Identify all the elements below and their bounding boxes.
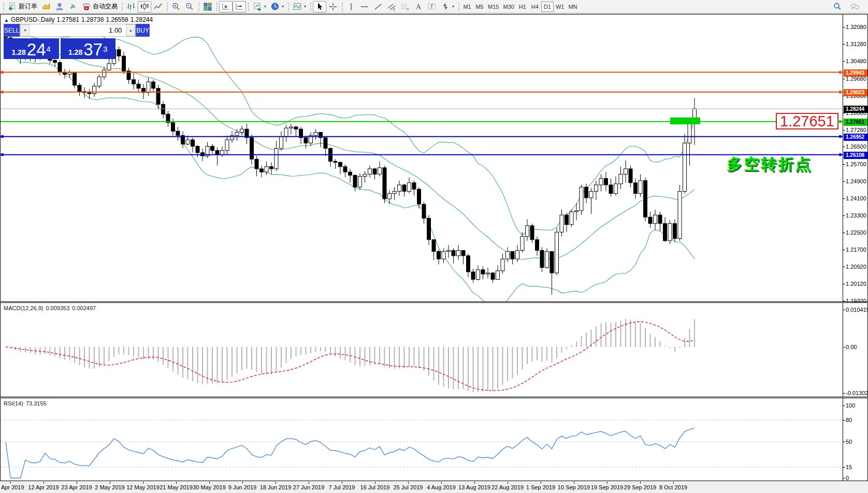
candle[interactable] bbox=[471, 272, 475, 280]
candle[interactable] bbox=[629, 169, 632, 183]
candle[interactable] bbox=[501, 259, 504, 271]
candle[interactable] bbox=[147, 82, 150, 93]
candle[interactable] bbox=[550, 252, 554, 273]
key-level-callout[interactable]: 1.27651 bbox=[776, 113, 838, 129]
candle[interactable] bbox=[358, 176, 362, 187]
candle[interactable] bbox=[447, 251, 451, 252]
candle[interactable] bbox=[639, 181, 642, 194]
collapse-one-click-icon[interactable]: ▲ bbox=[4, 18, 9, 23]
zoom-out-button[interactable] bbox=[183, 1, 196, 12]
candle[interactable] bbox=[294, 127, 298, 129]
timeframe-button-m15[interactable]: M15 bbox=[486, 2, 501, 12]
candle[interactable] bbox=[117, 50, 121, 56]
candle[interactable] bbox=[457, 251, 460, 256]
candle[interactable] bbox=[334, 161, 337, 162]
timeframe-button-m1[interactable]: M1 bbox=[461, 2, 473, 12]
candle[interactable] bbox=[152, 82, 155, 88]
candle[interactable] bbox=[678, 191, 682, 238]
auto-scroll-button[interactable] bbox=[219, 1, 233, 12]
candle[interactable] bbox=[663, 224, 667, 241]
candle[interactable] bbox=[265, 167, 268, 172]
dropdown-arrow-icon[interactable]: ▾ bbox=[282, 4, 284, 9]
candle[interactable] bbox=[452, 251, 455, 256]
candle[interactable] bbox=[88, 93, 91, 94]
candle[interactable] bbox=[68, 72, 71, 74]
candle[interactable] bbox=[530, 226, 534, 240]
line-chart-button[interactable] bbox=[151, 1, 165, 12]
candle[interactable] bbox=[402, 185, 406, 191]
candle[interactable] bbox=[545, 252, 549, 268]
auto-trading-button[interactable]: 自动交易 bbox=[80, 1, 120, 12]
candle[interactable] bbox=[324, 138, 327, 149]
macd-plot-area[interactable]: MACD(12,26,9)0.0093530.002497 bbox=[1, 303, 843, 397]
candle[interactable] bbox=[408, 183, 411, 192]
cursor-button[interactable] bbox=[313, 1, 326, 12]
candle[interactable] bbox=[211, 146, 214, 150]
signals-button[interactable] bbox=[66, 1, 80, 12]
candle[interactable] bbox=[437, 252, 441, 259]
sell-price-display[interactable]: 1.28244 bbox=[4, 38, 59, 59]
candle[interactable] bbox=[540, 251, 544, 268]
candle[interactable] bbox=[644, 181, 647, 217]
dropdown-arrow-icon[interactable]: ▾ bbox=[304, 4, 306, 9]
candle[interactable] bbox=[486, 273, 490, 274]
candle[interactable] bbox=[368, 169, 372, 174]
dropdown-arrow-icon[interactable]: ▾ bbox=[264, 4, 266, 9]
candle[interactable] bbox=[339, 163, 342, 167]
timeframe-button-w1[interactable]: W1 bbox=[554, 2, 567, 12]
timeframe-button-d1[interactable]: D1 bbox=[541, 2, 554, 12]
timeframe-button-mn[interactable]: MN bbox=[566, 2, 579, 12]
chart-profile-button[interactable] bbox=[39, 1, 53, 12]
candle[interactable] bbox=[284, 128, 288, 137]
time-axis[interactable]: 3 Apr 201912 Apr 201923 Apr 20192 May 20… bbox=[0, 482, 868, 493]
candle[interactable] bbox=[383, 168, 386, 199]
candle[interactable] bbox=[442, 252, 445, 259]
candlestick-chart-button[interactable] bbox=[138, 1, 151, 12]
rsi-chart[interactable] bbox=[1, 398, 843, 481]
candle[interactable] bbox=[107, 64, 111, 70]
candle[interactable] bbox=[137, 84, 140, 88]
candle[interactable] bbox=[422, 204, 426, 218]
candle[interactable] bbox=[156, 88, 160, 104]
buy-button[interactable]: BUY bbox=[136, 24, 150, 37]
candle[interactable] bbox=[604, 179, 608, 185]
candle[interactable] bbox=[132, 80, 136, 84]
new-chart-button[interactable]: ▾ bbox=[251, 1, 268, 12]
supply-zone-rectangle[interactable] bbox=[670, 118, 700, 124]
candle[interactable] bbox=[555, 232, 559, 273]
candle[interactable] bbox=[619, 174, 623, 184]
candle[interactable] bbox=[250, 138, 254, 159]
candle[interactable] bbox=[343, 167, 347, 172]
candle[interactable] bbox=[171, 123, 175, 132]
chat-button[interactable] bbox=[848, 1, 862, 12]
text-button[interactable]: A bbox=[412, 1, 425, 12]
candle[interactable] bbox=[398, 185, 401, 191]
candle[interactable] bbox=[560, 215, 563, 232]
trendline-button[interactable] bbox=[371, 1, 385, 12]
candle[interactable] bbox=[73, 72, 77, 85]
candle[interactable] bbox=[585, 187, 588, 198]
candle[interactable] bbox=[536, 240, 539, 251]
candle[interactable] bbox=[683, 143, 687, 191]
candle[interactable] bbox=[373, 169, 377, 174]
candle[interactable] bbox=[506, 252, 510, 259]
arrows-button[interactable]: ▾ bbox=[439, 1, 456, 12]
buy-price-display[interactable]: 1.28373 bbox=[61, 38, 116, 59]
candle[interactable] bbox=[162, 105, 165, 114]
candle[interactable] bbox=[103, 70, 106, 77]
candle[interactable] bbox=[58, 63, 62, 72]
rsi-axis[interactable]: 1008050150 bbox=[843, 398, 867, 481]
community-button[interactable] bbox=[53, 1, 66, 12]
new-order-button[interactable]: 新订单 bbox=[6, 1, 39, 12]
search-button[interactable] bbox=[831, 1, 844, 12]
candle[interactable] bbox=[427, 218, 431, 239]
text-label-button[interactable]: T bbox=[425, 1, 439, 12]
candle[interactable] bbox=[363, 174, 367, 176]
candle[interactable] bbox=[255, 159, 258, 169]
candle[interactable] bbox=[176, 131, 180, 135]
volume-input[interactable] bbox=[30, 24, 126, 36]
candle[interactable] bbox=[658, 215, 662, 224]
candle[interactable] bbox=[511, 252, 514, 259]
candle[interactable] bbox=[122, 56, 126, 71]
horizontal-line-button[interactable] bbox=[358, 1, 371, 12]
